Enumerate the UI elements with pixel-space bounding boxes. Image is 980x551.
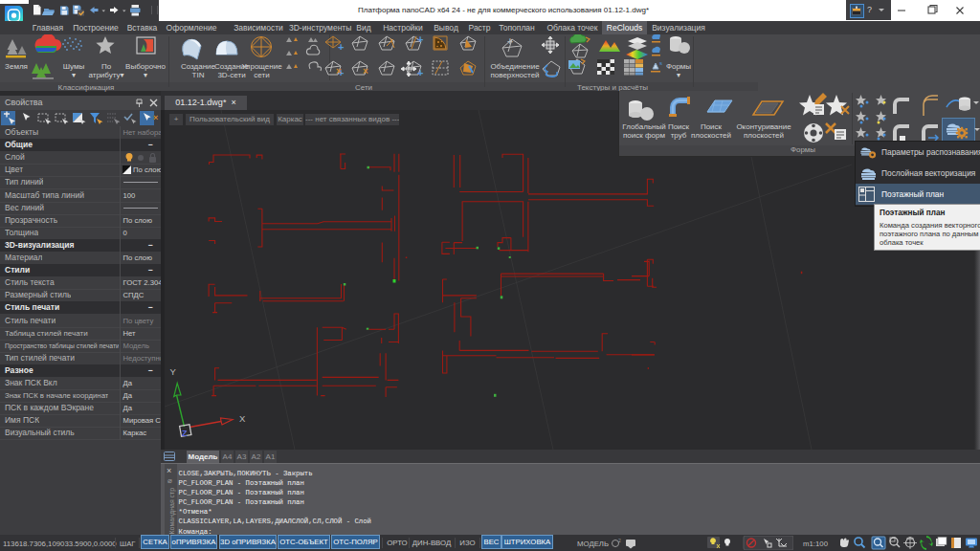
- svg-text:+: +: [338, 41, 344, 53]
- svg-text:2: 2: [618, 538, 621, 543]
- svg-text:×: ×: [363, 66, 368, 77]
- svg-text:s: s: [659, 60, 662, 66]
- svg-text:Y: Y: [170, 366, 177, 377]
- svg-text:+: +: [417, 34, 423, 45]
- svg-text:×: ×: [336, 66, 342, 77]
- svg-text:Z: Z: [182, 429, 188, 438]
- svg-text:X: X: [239, 413, 246, 424]
- svg-text:+: +: [417, 67, 423, 78]
- svg-text:+: +: [507, 36, 513, 47]
